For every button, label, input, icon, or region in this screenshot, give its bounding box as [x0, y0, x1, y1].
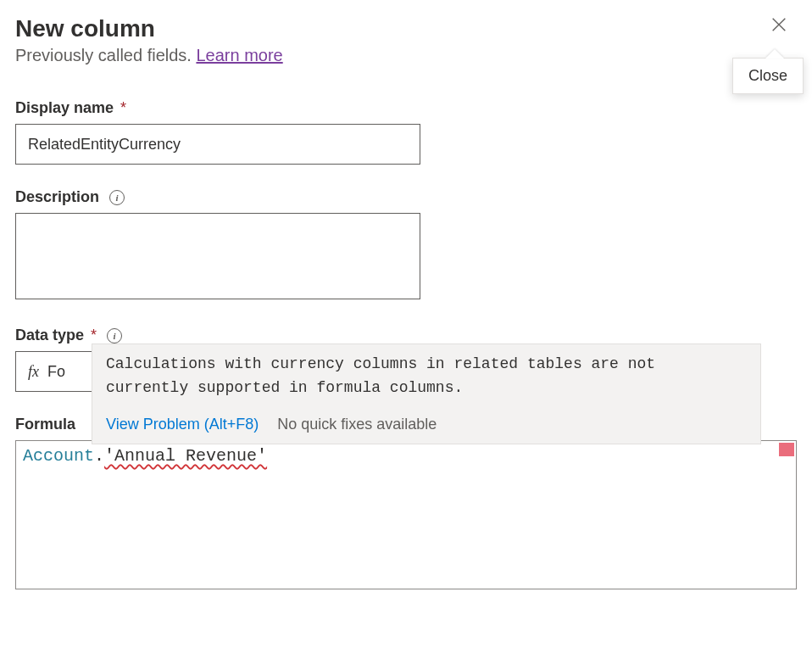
no-quick-fixes-text: No quick fixes available: [277, 416, 437, 433]
info-icon[interactable]: i: [107, 328, 122, 343]
description-field: Description i: [15, 188, 797, 303]
description-label: Description i: [15, 188, 797, 206]
display-name-label: Display name *: [15, 99, 797, 117]
display-name-field: Display name *: [15, 99, 797, 165]
formula-editor[interactable]: Account.'Annual Revenue': [15, 440, 797, 589]
close-tooltip: Close: [732, 58, 804, 94]
panel-header: New column Previously called fields. Lea…: [15, 15, 797, 65]
fx-icon: fx: [28, 363, 39, 381]
panel-title: New column: [15, 15, 797, 42]
view-problem-link[interactable]: View Problem (Alt+F8): [106, 416, 259, 433]
learn-more-link[interactable]: Learn more: [196, 46, 282, 64]
display-name-label-text: Display name: [15, 99, 114, 117]
code-token-property: 'Annual Revenue': [104, 446, 267, 466]
error-hover-panel: Calculations with currency columns in re…: [92, 343, 761, 444]
code-token-dot: .: [94, 446, 104, 466]
code-line: Account.'Annual Revenue': [23, 444, 789, 467]
error-message: Calculations with currency columns in re…: [92, 344, 760, 410]
data-type-label: Data type * i: [15, 327, 797, 344]
data-type-value: Fo: [47, 363, 65, 381]
close-icon: [770, 15, 788, 34]
required-marker: *: [91, 327, 97, 344]
data-type-label-text: Data type: [15, 327, 84, 344]
close-button[interactable]: [770, 15, 788, 37]
description-input[interactable]: [15, 213, 420, 299]
formula-field: Formula Calculations with currency colum…: [15, 416, 797, 589]
code-token-object: Account: [23, 446, 94, 466]
display-name-input[interactable]: [15, 124, 420, 165]
required-marker: *: [120, 99, 126, 117]
subtitle-text: Previously called fields.: [15, 46, 196, 64]
description-label-text: Description: [15, 188, 99, 206]
error-actions: View Problem (Alt+F8) No quick fixes ava…: [92, 410, 760, 444]
info-icon[interactable]: i: [109, 190, 125, 205]
minimap-error-marker: [779, 443, 794, 456]
panel-subtitle: Previously called fields. Learn more: [15, 46, 797, 65]
